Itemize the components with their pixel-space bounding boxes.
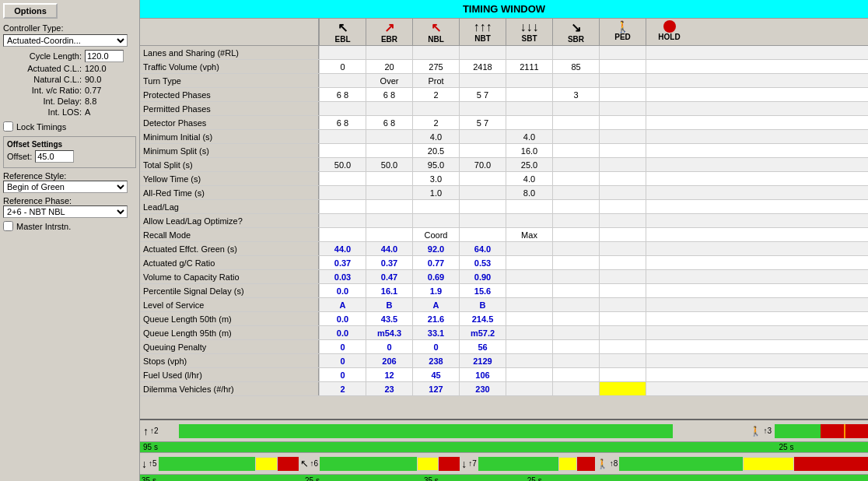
phase8-label: 🚶 ↑8: [595, 458, 620, 469]
data-cell: [646, 102, 692, 115]
data-cell: [366, 172, 412, 185]
data-cell: [552, 172, 599, 185]
data-cell: 15.6: [459, 284, 506, 297]
data-cell: [552, 74, 599, 87]
reference-style-select[interactable]: Begin of Green: [3, 181, 128, 193]
data-cell: 64.0: [459, 242, 506, 255]
data-cell: 6 8: [319, 88, 366, 101]
data-cell: 0.37: [319, 256, 366, 269]
data-cell: 44.0: [319, 242, 366, 255]
data-cell: 127: [412, 382, 459, 395]
data-cell: [552, 144, 599, 157]
data-cell: [506, 326, 552, 339]
data-cell: [506, 382, 552, 395]
data-cell: [599, 298, 646, 311]
data-cell: [552, 130, 599, 143]
row-label: All-Red Time (s): [140, 186, 319, 199]
row-label: Yellow Time (s): [140, 172, 319, 185]
data-cell: [646, 242, 692, 255]
table-row: Actuated g/C Ratio 0.37 0.37 0.77 0.53: [140, 256, 868, 270]
data-cell: [552, 200, 599, 213]
table-row: Queuing Penalty 0 0 0 56: [140, 340, 868, 354]
phase-timeline: ↑ ↑2 🚶 ↑3: [140, 419, 868, 481]
data-cell: [599, 284, 646, 297]
controller-type-label: Controller Type:: [3, 23, 63, 33]
reference-style-label: Reference Style:: [3, 171, 66, 181]
data-cell: [599, 60, 646, 73]
data-cell: 0.47: [366, 270, 412, 283]
int-vc-value: 0.77: [85, 86, 101, 95]
row-label: Lanes and Sharing (#RL): [140, 46, 319, 59]
data-cell: 0.53: [459, 256, 506, 269]
data-cell: A: [319, 298, 366, 311]
offset-label: Offset:: [7, 152, 32, 161]
cycle-length-input[interactable]: [85, 50, 124, 62]
data-cell: 1.0: [412, 186, 459, 199]
data-cell: 230: [459, 382, 506, 395]
data-cell: 33.1: [412, 326, 459, 339]
data-cell: 8.0: [506, 186, 552, 199]
data-cell: [646, 144, 692, 157]
data-cell: 20: [366, 60, 412, 73]
table-row: Protected Phases 6 8 6 8 2 5 7 3: [140, 88, 868, 102]
table-row: Stops (vph) 0 206 238 2129: [140, 354, 868, 368]
data-cell: [459, 130, 506, 143]
offset-input[interactable]: [35, 150, 74, 163]
data-cell: 25.0: [506, 158, 552, 171]
data-cell: 6 8: [366, 116, 412, 129]
data-cell: [599, 172, 646, 185]
data-cell: [506, 102, 552, 115]
data-cell: [459, 172, 506, 185]
data-cell: 50.0: [366, 158, 412, 171]
table-row: Yellow Time (s) 3.0 4.0: [140, 172, 868, 186]
col-header-ebr: ↗ EBR: [366, 19, 412, 45]
data-cell: Over: [366, 74, 412, 87]
right-panel: TIMING WINDOW ↖ EBL ↗ EBR ↖ NBL ↑↑↑ N: [140, 0, 868, 481]
data-cell: [552, 326, 599, 339]
table-row: All-Red Time (s) 1.0 8.0: [140, 186, 868, 200]
table-row: Total Split (s) 50.0 50.0 95.0 70.0 25.0: [140, 158, 868, 172]
data-cell: [412, 46, 459, 59]
table-row: Actuated Effct. Green (s) 44.0 44.0 92.0…: [140, 242, 868, 256]
options-button[interactable]: Options: [3, 3, 58, 19]
data-cell: [599, 186, 646, 199]
data-cell: [506, 242, 552, 255]
col-header-sbt: ↓↓↓ SBT: [506, 19, 552, 45]
data-cell: [366, 200, 412, 213]
data-cell: 0.90: [459, 270, 506, 283]
data-cell: 5 7: [459, 116, 506, 129]
data-cell: 2: [412, 88, 459, 101]
row-label: Recall Mode: [140, 228, 319, 241]
data-cell: Max: [506, 228, 552, 241]
data-cell: [506, 298, 552, 311]
data-cell: [552, 284, 599, 297]
table-row: Level of Service A B A B: [140, 298, 868, 312]
data-cell: [459, 228, 506, 241]
data-cell: [552, 340, 599, 353]
phase5-duration: 35 s: [140, 476, 179, 482]
reference-phase-select[interactable]: 2+6 - NBT NBL: [3, 205, 128, 218]
data-cell: [506, 116, 552, 129]
data-cell: [599, 326, 646, 339]
controller-type-select[interactable]: Actuated-Coordin...: [3, 34, 128, 47]
row-label: Actuated g/C Ratio: [140, 256, 319, 269]
data-cell: [646, 116, 692, 129]
data-cell: 0.77: [412, 256, 459, 269]
master-intsctn-label: Master Intrstn.: [16, 222, 71, 231]
col-header-nbt: ↑↑↑ NBT: [459, 19, 506, 45]
lock-timings-checkbox[interactable]: [3, 121, 13, 132]
data-cell: 4.0: [412, 130, 459, 143]
table-row: Lead/Lag: [140, 200, 868, 214]
data-cell: 56: [459, 340, 506, 353]
data-cell: 0.0: [319, 312, 366, 325]
data-cell: [459, 200, 506, 213]
phase2-label: ↑ ↑2: [140, 425, 179, 437]
data-cell: 0: [319, 368, 366, 381]
phase2-bar: [179, 424, 747, 438]
data-cell: [459, 144, 506, 157]
data-cell: 16.0: [506, 144, 552, 157]
master-intsctn-checkbox[interactable]: [3, 221, 13, 231]
phase6-duration: 25 s: [303, 476, 321, 482]
data-cell: 4.0: [506, 172, 552, 185]
row-label: Actuated Effct. Green (s): [140, 242, 319, 255]
